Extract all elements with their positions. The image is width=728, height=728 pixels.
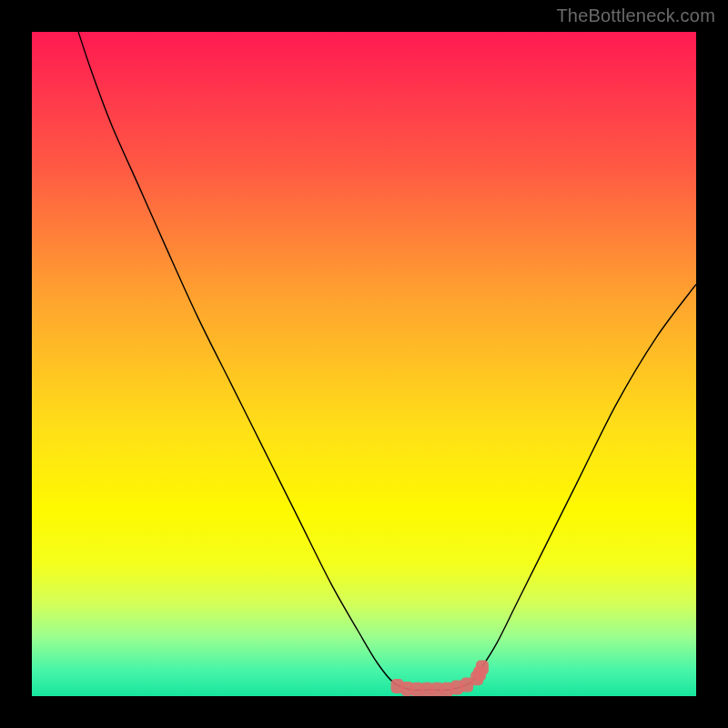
gradient-background: [32, 32, 696, 696]
chart-frame: TheBottleneck.com: [0, 0, 728, 728]
effective-point: [476, 661, 489, 675]
plot-area: [32, 32, 696, 696]
plot-svg: [32, 32, 696, 696]
watermark-text: TheBottleneck.com: [556, 5, 715, 26]
